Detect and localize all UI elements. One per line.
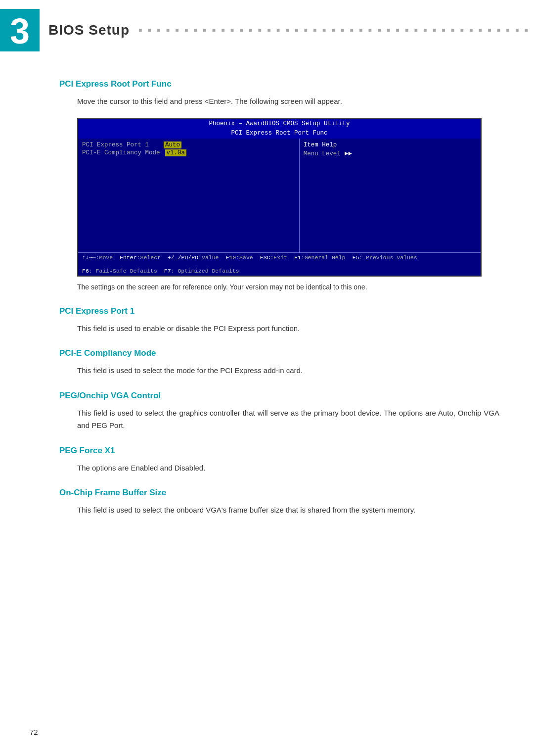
chapter-number: 3 bbox=[0, 9, 40, 51]
bios-footer-exit: ESC:Exit bbox=[260, 254, 287, 261]
header-title-area: BIOS Setup ■ ■ ■ ■ ■ ■ ■ ■ ■ ■ ■ ■ ■ ■ ■… bbox=[40, 9, 534, 51]
page-number: 72 bbox=[30, 728, 38, 736]
bios-screen: Phoenix – AwardBIOS CMOS Setup Utility P… bbox=[77, 118, 482, 277]
menu-level-label: Menu Level bbox=[304, 150, 341, 157]
main-content: PCI Express Root Port Func Move the curs… bbox=[0, 51, 534, 551]
section-on-chip-frame-buffer-heading: On-Chip Frame Buffer Size bbox=[59, 488, 499, 498]
page-header: 3 BIOS Setup ■ ■ ■ ■ ■ ■ ■ ■ ■ ■ ■ ■ ■ ■… bbox=[0, 0, 534, 51]
chapter-title: BIOS Setup bbox=[48, 22, 130, 38]
header-dots-decoration: ■ ■ ■ ■ ■ ■ ■ ■ ■ ■ ■ ■ ■ ■ ■ ■ ■ ■ ■ ■ … bbox=[138, 27, 534, 34]
bios-right-panel: Item Help Menu Level ►► bbox=[300, 139, 481, 252]
dots-line: ■ ■ ■ ■ ■ ■ ■ ■ ■ ■ ■ ■ ■ ■ ■ ■ ■ ■ ■ ■ … bbox=[138, 27, 530, 34]
bios-footer-failsafe: F6: Fail-Safe Defaults bbox=[82, 268, 157, 274]
bios-field-row-1: PCI Express Port 1 Auto bbox=[82, 142, 295, 148]
bios-field-name-2: PCI-E Compliancy Mode bbox=[82, 149, 160, 156]
section-peg-force-x1-heading: PEG Force X1 bbox=[59, 446, 499, 456]
bios-field-value-1: Auto bbox=[164, 142, 181, 148]
pcie-compliancy-para: This field is used to select the mode fo… bbox=[77, 364, 499, 377]
bios-field-name-1: PCI Express Port 1 bbox=[82, 142, 159, 148]
section-pcie-compliancy-heading: PCI-E Compliancy Mode bbox=[59, 348, 499, 358]
bios-footer-select: Enter:Select bbox=[120, 254, 161, 261]
pci-express-port1-para: This field is used to enable or disable … bbox=[77, 322, 499, 335]
bios-footer-help: F1:General Help bbox=[294, 254, 346, 261]
pci-express-root-port-func-para: Move the cursor to this field and press … bbox=[77, 95, 499, 108]
bios-title-bar: Phoenix – AwardBIOS CMOS Setup Utility bbox=[78, 119, 481, 129]
bios-field-row-2: PCI-E Compliancy Mode v1.0a bbox=[82, 149, 295, 156]
screen-note: The settings on the screen are for refer… bbox=[77, 282, 499, 292]
bios-left-panel: PCI Express Port 1 Auto PCI-E Compliancy… bbox=[78, 139, 300, 252]
bios-footer-value: +/-/PU/PD:Value bbox=[168, 254, 219, 261]
bios-footer-save: F10:Save bbox=[226, 254, 253, 261]
peg-force-x1-para: The options are Enabled and Disabled. bbox=[77, 462, 499, 474]
bios-menu-level: Menu Level ►► bbox=[304, 150, 477, 157]
bios-footer: ↑↓→←:Move Enter:Select +/-/PU/PD:Value F… bbox=[78, 252, 481, 276]
bios-body: PCI Express Port 1 Auto PCI-E Compliancy… bbox=[78, 139, 481, 252]
bios-footer-optimized: F7: Optimized Defaults bbox=[164, 268, 239, 274]
bios-footer-move: ↑↓→←:Move bbox=[82, 254, 113, 261]
bios-footer-prev: F5: Previous Values bbox=[353, 254, 417, 261]
on-chip-frame-buffer-para: This field is used to select the onboard… bbox=[77, 504, 499, 517]
bios-field-value-2: v1.0a bbox=[165, 149, 187, 156]
bios-item-help: Item Help bbox=[304, 142, 477, 148]
section-pci-express-root-port-func-heading: PCI Express Root Port Func bbox=[59, 79, 499, 89]
section-pci-express-port1-heading: PCI Express Port 1 bbox=[59, 306, 499, 316]
section-peg-onchip-vga-heading: PEG/Onchip VGA Control bbox=[59, 391, 499, 401]
bios-arrow-icon: ►► bbox=[345, 150, 352, 157]
bios-subtitle-bar: PCI Express Root Port Func bbox=[78, 129, 481, 139]
peg-onchip-vga-para: This field is used to select the graphic… bbox=[77, 407, 499, 432]
